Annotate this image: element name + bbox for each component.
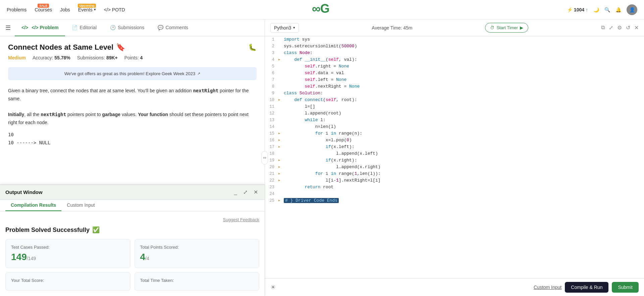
nav-potd[interactable]: </> POTD — [104, 7, 125, 12]
code-editor[interactable]: 1import sys2sys.setrecursionlimit(50000)… — [265, 36, 644, 278]
line-number: 7 — [265, 77, 278, 82]
user-avatar[interactable]: 👤 — [627, 4, 637, 15]
minimize-button[interactable]: _ — [233, 189, 238, 196]
code-line: 5 self.right = None — [265, 63, 644, 70]
plain-token: .right = — [315, 64, 339, 69]
nav-events[interactable]: Upcoming Events ▾ — [78, 7, 96, 12]
notifications-icon[interactable]: 🔔 — [615, 7, 621, 12]
code-line: 14 n=len(l) — [265, 124, 644, 130]
kw-token: None — [339, 64, 349, 69]
output-body: Suggest Feedback Problem Solved Successf… — [0, 211, 265, 296]
line-number: 12 — [265, 110, 278, 116]
num-token: 1 — [336, 178, 339, 183]
expand-editor-icon[interactable]: ⤢ — [609, 24, 613, 31]
tab-problem[interactable]: </> </> Problem — [15, 19, 65, 36]
plain-token: root — [320, 185, 333, 190]
tab-comments[interactable]: 💬 Comments — [151, 19, 195, 36]
plain-token: l.append(root) — [284, 111, 341, 116]
compilation-results-tab[interactable]: Compilation Results — [5, 200, 61, 211]
plain-token: l.append(x.left) — [284, 151, 378, 156]
tab-editorial[interactable]: 📄 Editorial — [65, 19, 103, 36]
submit-button[interactable]: Submit — [612, 282, 639, 293]
code-line: 19▶ if(x.right): — [265, 157, 644, 164]
theme-toggle-button[interactable]: ☀ — [270, 284, 276, 291]
close-editor-icon[interactable]: ✕ — [634, 24, 639, 31]
submissions-value: 89K+ — [106, 55, 118, 60]
custom-input-button[interactable]: Custom Input — [534, 285, 561, 290]
line-arrow-icon — [278, 151, 284, 152]
garbage-keyword: garbage — [102, 112, 120, 117]
close-output-button[interactable]: ✕ — [252, 188, 259, 196]
code-line: 11 l=[] — [265, 103, 644, 110]
plain-token: .data = val — [315, 70, 344, 76]
promo-banner[interactable]: We've got offers as great as this proble… — [8, 67, 257, 80]
output-title: Output Window — [5, 189, 43, 195]
accuracy-label: Accuracy: 55.78% — [33, 55, 70, 60]
line-number: 13 — [265, 117, 278, 122]
start-timer-button[interactable]: ⏱ Start Timer ▶ — [485, 23, 528, 33]
suggest-link[interactable]: Suggest Feedback — [223, 217, 259, 222]
compile-run-button[interactable]: Compile & Run — [565, 282, 608, 293]
restore-code-icon[interactable]: ↺ — [626, 24, 630, 31]
code-line: 18 l.append(x.left) — [265, 150, 644, 157]
search-icon[interactable]: 🔍 — [604, 7, 610, 12]
num-token: 50000 — [341, 44, 355, 49]
code-line: 7 self.left = None — [265, 77, 644, 83]
points-scored-label: Total Points Scored: — [140, 245, 254, 250]
line-content: class Solution: — [284, 90, 644, 96]
bookmark-icon[interactable]: 🔖 — [116, 43, 125, 52]
nav-courses[interactable]: SALE Courses — [35, 7, 52, 12]
plain-token — [284, 158, 326, 163]
nav-jobs[interactable]: Jobs — [60, 7, 70, 12]
plain-token — [297, 50, 300, 55]
code-line: 3class Node: — [265, 50, 644, 56]
copy-code-icon[interactable]: ⧉ — [601, 24, 605, 31]
code-line: 25▶# } Driver Code Ends — [265, 197, 644, 204]
line-number: 11 — [265, 104, 278, 109]
fullscreen-button[interactable]: ⤢ — [242, 188, 249, 196]
upcoming-badge: Upcoming — [78, 4, 96, 8]
kw-token: def — [294, 97, 302, 102]
line-content: l.append(x.left) — [284, 151, 644, 156]
func-token: connect — [305, 97, 323, 102]
line-content: class Node: — [284, 50, 644, 55]
line-number: 25 — [265, 198, 278, 203]
plain-token: ( — [326, 57, 328, 62]
test-cases-value: 149/149 — [11, 252, 125, 262]
lightning-icon: ⚡ — [567, 7, 573, 12]
language-selector[interactable]: Python3 ▾ — [270, 23, 299, 33]
line-content: l.append(root) — [284, 110, 644, 116]
line-content: if(x.left): — [284, 144, 644, 149]
kw-token: for — [315, 171, 323, 176]
custom-input-tab[interactable]: Custom Input — [61, 200, 100, 211]
bottom-actions: Custom Input Compile & Run Submit — [534, 282, 639, 293]
line-content: if(x.right): — [284, 157, 644, 163]
time-taken-label: Total Time Taken: — [140, 278, 254, 283]
code-line: 23 return root — [265, 184, 644, 191]
settings-icon[interactable]: ⚙ — [617, 24, 622, 31]
line-content: self.left = None — [284, 77, 644, 82]
nav-left: Problems SALE Courses Jobs Upcoming Even… — [7, 7, 125, 12]
plain-token — [297, 91, 300, 96]
dark-mode-toggle[interactable]: 🌙 — [593, 7, 599, 12]
your-function-keyword: Your function — [138, 112, 168, 117]
bug-icon[interactable]: 🐛 — [248, 43, 257, 51]
kw-token: import — [284, 37, 300, 42]
hamburger-icon[interactable]: ☰ — [5, 24, 11, 32]
play-icon: ▶ — [520, 25, 523, 30]
line-number: 10 — [265, 97, 278, 102]
code-line: 13 while l: — [265, 117, 644, 124]
top-nav: Problems SALE Courses Jobs Upcoming Even… — [0, 0, 644, 19]
plain-token: .left = — [315, 77, 336, 82]
accuracy-value: 55.78% — [54, 55, 70, 60]
line-content: x=l.pop(0) — [284, 137, 644, 143]
nav-logo[interactable]: ∞G — [312, 2, 332, 17]
tab-submissions[interactable]: 🕐 Submissions — [103, 19, 151, 36]
output-window: Output Window _ ⤢ ✕ Compilation Results … — [0, 185, 265, 296]
language-label: Python3 — [274, 25, 291, 31]
submissions-tab-icon: 🕐 — [110, 25, 116, 30]
line-number: 17 — [265, 144, 278, 149]
resize-handle[interactable]: ⇔ — [261, 151, 268, 164]
nav-problems[interactable]: Problems — [7, 7, 26, 12]
suggest-feedback[interactable]: Suggest Feedback — [5, 217, 259, 222]
